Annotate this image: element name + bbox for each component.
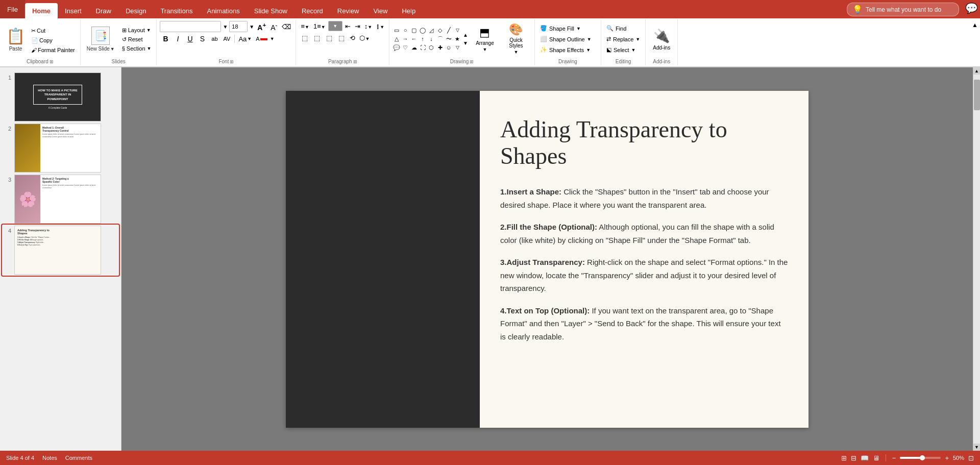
text-direction-button[interactable]: ⟲ (348, 33, 357, 43)
slide-item-1[interactable]: 1 HOW TO MAKE A PICTURETRANSPARENT INPOW… (2, 71, 119, 123)
view-presenter-button[interactable]: 🖥 (873, 454, 879, 462)
paragraph-color-button[interactable]: ▼ (328, 21, 342, 31)
shape-effects-button[interactable]: ✨ Shape Effects ▼ (538, 45, 593, 54)
increase-indent-button[interactable]: ⇥ (353, 21, 362, 31)
strikethrough-button[interactable]: S (197, 34, 208, 44)
scrollbar-down-button[interactable]: ▼ (973, 444, 980, 451)
increase-font-button[interactable]: A+ (256, 21, 267, 32)
format-painter-button[interactable]: 🖌 Format Painter (29, 46, 77, 54)
shape-line-button[interactable]: ╱ (445, 26, 453, 34)
add-ins-button[interactable]: 🔌 Add-ins (649, 25, 674, 54)
align-right-button[interactable]: ⬚ (324, 33, 335, 43)
decrease-indent-button[interactable]: ⇤ (344, 21, 352, 31)
tab-insert[interactable]: Insert (58, 3, 89, 18)
shape-arrow-right-button[interactable]: → (401, 35, 409, 43)
bullet-list-button[interactable]: ≡▼ (299, 21, 311, 31)
section-button[interactable]: § Section ▼ (120, 44, 154, 53)
fit-slide-button[interactable]: ⊡ (968, 454, 974, 462)
dropdown-chevron-icon[interactable]: ▼ (333, 23, 337, 29)
scrollbar-thumb[interactable] (974, 80, 980, 110)
select-button[interactable]: ⬕ Select ▼ (604, 45, 638, 54)
shape-outline-button[interactable]: ⬜ Shape Outline ▼ (538, 35, 594, 43)
font-name-input[interactable] (160, 21, 221, 32)
italic-button[interactable]: I (172, 34, 183, 44)
tab-transitions[interactable]: Transitions (153, 3, 200, 18)
shape-star-button[interactable]: ★ (453, 35, 461, 43)
shape-arrow-left-button[interactable]: ← (410, 35, 418, 43)
view-normal-button[interactable]: ⊞ (841, 454, 847, 462)
slide-item-4[interactable]: 4 Adding Transparency toShapes 1.Insert … (2, 225, 119, 276)
align-center-button[interactable]: ⬚ (311, 33, 323, 43)
tell-me-input[interactable]: 💡 Tell me what you want to do (847, 3, 959, 16)
justify-button[interactable]: ⬚ (336, 33, 347, 43)
font-expand-icon[interactable]: ⊞ (230, 59, 234, 64)
shapes-scroll-down-icon[interactable]: ▼ (462, 39, 469, 47)
shape-circle-button[interactable]: ◯ (419, 26, 427, 34)
notes-button[interactable]: Notes (42, 455, 57, 461)
scrollbar-track[interactable] (973, 75, 980, 444)
font-name-dropdown-icon[interactable]: ▼ (223, 24, 228, 30)
tab-design[interactable]: Design (118, 3, 153, 18)
drawing-expand-icon[interactable]: ⊞ (470, 59, 474, 64)
shape-arrow-up-button[interactable]: ↑ (419, 35, 427, 43)
text-shadow-button[interactable]: ab (209, 34, 220, 44)
shape-cross-button[interactable]: ✚ (436, 43, 444, 52)
zoom-out-button[interactable]: − (892, 454, 896, 462)
shape-heart-button[interactable]: ♡ (401, 43, 409, 52)
tab-record[interactable]: Record (295, 3, 330, 18)
tab-draw[interactable]: Draw (89, 3, 118, 18)
font-size-input[interactable] (229, 21, 248, 32)
arrange-button[interactable]: ⬒ Arrange ▼ (470, 24, 500, 54)
collapse-ribbon-button[interactable]: ▲ (970, 19, 980, 31)
tab-file[interactable]: File (0, 0, 25, 18)
shape-rect-button[interactable]: ▭ (393, 26, 401, 34)
slide-item-3[interactable]: 3 🌸 Method 2: Targeting aSpecific Color … (2, 174, 119, 225)
decrease-font-button[interactable]: A- (269, 21, 279, 32)
font-color-button[interactable]: A (254, 35, 268, 42)
line-spacing-button[interactable]: ↕▼ (363, 21, 374, 31)
shape-arrow-down-button[interactable]: ↓ (427, 35, 435, 43)
paragraph-expand-icon[interactable]: ⊞ (353, 59, 357, 64)
shape-right-angle-button[interactable]: ◿ (427, 26, 435, 34)
character-spacing-button[interactable]: AV (221, 34, 232, 44)
reset-button[interactable]: ↺ Reset (120, 35, 154, 44)
shape-more-btn[interactable]: ▽ (453, 26, 461, 34)
comments-status-button[interactable]: Comments (65, 455, 92, 461)
zoom-in-button[interactable]: + (945, 454, 949, 462)
comments-button[interactable]: 💬 (963, 0, 980, 16)
shape-diamond-button[interactable]: ◇ (436, 26, 444, 34)
replace-button[interactable]: ⇄ Replace ▼ (604, 35, 642, 43)
convert-to-smartart-button[interactable]: ⬡▼ (358, 33, 371, 43)
tab-slideshow[interactable]: Slide Show (247, 3, 295, 18)
new-slide-button[interactable]: 📑 New Slide ▼ (84, 24, 118, 55)
shape-banner-button[interactable]: ⛶ (419, 43, 427, 52)
copy-button[interactable]: 📄 Copy (29, 36, 77, 45)
shape-freeform-button[interactable]: 〜 (445, 35, 453, 43)
shape-rounded-rect-button[interactable]: ▢ (410, 26, 418, 34)
tab-home[interactable]: Home (25, 3, 58, 18)
font-size-dropdown-icon[interactable]: ▼ (249, 24, 254, 30)
shape-curve-button[interactable]: ⌒ (436, 35, 444, 43)
quick-styles-button[interactable]: 🎨 QuickStyles ▼ (501, 21, 531, 57)
tab-help[interactable]: Help (395, 3, 423, 18)
shape-tri-button[interactable]: △ (393, 35, 401, 43)
tab-review[interactable]: Review (330, 3, 366, 18)
shape-extra-btn[interactable]: ▽ (453, 43, 461, 52)
underline-button[interactable]: U (184, 34, 195, 44)
font-case-button[interactable]: Aa▼ (237, 35, 253, 43)
shape-callout-button[interactable]: 💬 (393, 43, 401, 52)
shape-ellipse-button[interactable]: ○ (401, 26, 409, 34)
find-button[interactable]: 🔍 Find (604, 24, 628, 33)
shape-octagon-button[interactable]: ⬡ (427, 43, 435, 52)
layout-button[interactable]: ⊞ Layout ▼ (120, 26, 154, 35)
slide-item-2[interactable]: 2 Method 1: OverallTransparency Control … (2, 123, 119, 174)
cut-button[interactable]: ✂ Cut (29, 27, 77, 35)
shapes-scroll-up-icon[interactable]: ▲ (462, 31, 469, 39)
bold-button[interactable]: B (160, 34, 171, 44)
zoom-slider[interactable] (900, 457, 941, 459)
tab-animations[interactable]: Animations (200, 3, 247, 18)
align-left-button[interactable]: ⬚ (299, 33, 310, 43)
clear-format-button[interactable]: ⌫ (280, 22, 292, 31)
tab-view[interactable]: View (366, 3, 395, 18)
scrollbar-up-button[interactable]: ▲ (973, 67, 980, 75)
